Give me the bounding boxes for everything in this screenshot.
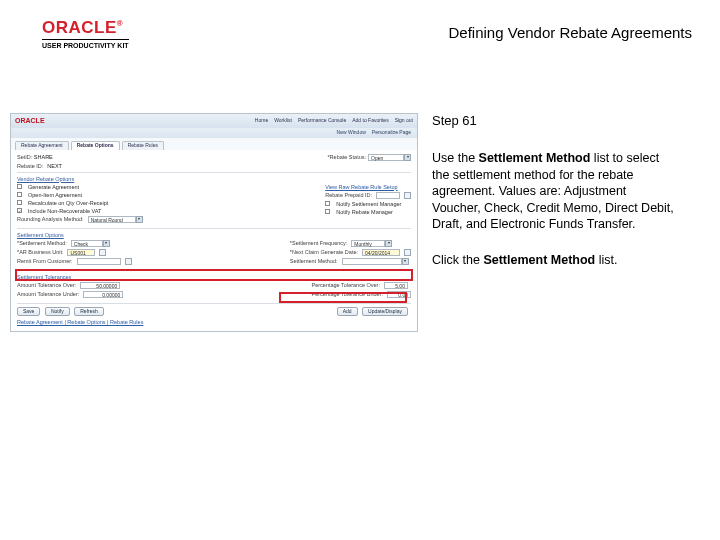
chevron-down-icon: ▾ (385, 240, 392, 247)
lookup-icon[interactable] (125, 258, 132, 265)
settlefreq-select[interactable]: Monthly▾ (351, 240, 392, 247)
remit-field[interactable] (77, 258, 121, 265)
chevron-down-icon: ▾ (136, 216, 143, 223)
lookup-icon[interactable] (404, 192, 411, 199)
footer-breadcrumb[interactable]: Rebate Agreement | Rebate Options | Reba… (17, 319, 411, 325)
section-tolerances: Settlement Tolerances (17, 274, 411, 280)
save-button[interactable]: Save (17, 307, 40, 317)
click-t2: list. (595, 253, 617, 267)
lbl-arbu: *AR Business Unit: (17, 249, 63, 255)
topnav-worklist[interactable]: Worklist (274, 118, 292, 124)
lbl-settlefreq: *Settlement Frequency: (290, 240, 347, 246)
lbl-setid: SetID: (17, 154, 32, 160)
page-title: Defining Vendor Rebate Agreements (449, 24, 693, 41)
pct-under-field[interactable]: 0.00 (387, 291, 411, 298)
lbl-status: *Rebate Status: (327, 154, 366, 160)
settlemethod2-value (342, 258, 402, 265)
lbl-amt-over: Amount Tolerance Over: (17, 282, 76, 288)
subnav-newwindow[interactable]: New Window (337, 130, 366, 136)
chevron-down-icon: ▾ (103, 240, 110, 247)
tab-agreement[interactable]: Rebate Agreement (15, 141, 69, 150)
lookup-icon[interactable] (99, 249, 106, 256)
screenshot-column: ORACLE Home Worklist Performance Console… (10, 113, 418, 332)
val-setid: SHARE (34, 154, 53, 160)
lbl-amt-under: Amount Tolerance Under: (17, 291, 79, 297)
brand-block: ORACLE® USER PRODUCTIVITY KIT (42, 18, 129, 49)
lbl-pct-over: Percentage Tolerance Over: (312, 282, 380, 288)
topnav-signout[interactable]: Sign out (395, 118, 413, 124)
section-vendor-options: Vendor Rebate Options (17, 176, 411, 182)
lbl-rebateid: Rebate ID: (17, 163, 43, 169)
oracle-logo: ORACLE® (42, 18, 129, 38)
step-label: Step 61 (432, 113, 678, 128)
tab-options[interactable]: Rebate Options (71, 141, 120, 150)
desc-t1: Use the (432, 151, 479, 165)
settlemethod2-select[interactable]: ▾ (342, 258, 409, 265)
update-button[interactable]: Update/Display (362, 307, 408, 317)
notify-button[interactable]: Notify (45, 307, 70, 317)
topnav: Home Worklist Performance Console Add to… (255, 118, 413, 124)
opt-generate: Generate Agreement (28, 184, 79, 190)
lbl-rounding: Rounding Analysis Method: (17, 216, 84, 222)
prepaid-field[interactable] (376, 192, 400, 199)
click-b1: Settlement Method (483, 253, 595, 267)
topnav-favorites[interactable]: Add to Favorites (352, 118, 388, 124)
lbl-prepaid: Rebate Prepaid ID: (325, 192, 372, 198)
chevron-down-icon: ▾ (402, 258, 409, 265)
link-rawrules[interactable]: View Raw Rebate Rule Setup (325, 184, 411, 190)
registered-mark: ® (117, 19, 123, 28)
tab-rules[interactable]: Rebate Rules (122, 141, 164, 150)
tabs-row: Rebate Agreement Rebate Options Rebate R… (11, 138, 417, 150)
click-t1: Click the (432, 253, 483, 267)
rounding-value: Natural Round (88, 216, 136, 223)
subnav-personalize[interactable]: Personalize Page (372, 130, 411, 136)
opt-notify-rebate: Notify Rebate Manager (336, 209, 393, 215)
lbl-nextclaim: *Next Claim Generate Date: (290, 249, 358, 255)
rounding-select[interactable]: Natural Round▾ (88, 216, 143, 223)
calendar-icon[interactable] (404, 249, 411, 256)
app-subbar: New Window Personalize Page (11, 128, 417, 138)
desc-b1: Settlement Method (479, 151, 591, 165)
lbl-remit: Remit From Customer: (17, 258, 73, 264)
checkbox-icon[interactable] (325, 209, 330, 214)
checkbox-icon[interactable] (17, 192, 22, 197)
checkbox-icon[interactable] (17, 208, 22, 213)
settlemethod-select[interactable]: Check▾ (71, 240, 110, 247)
refresh-button[interactable]: Refresh (74, 307, 104, 317)
lbl-settlemethod: *Settlement Method: (17, 240, 67, 246)
logo-text: ORACLE (42, 18, 117, 37)
status-select[interactable]: Open▾ (368, 154, 411, 161)
val-rebateid: NEXT (47, 163, 62, 169)
topnav-perf[interactable]: Performance Console (298, 118, 346, 124)
upk-label: USER PRODUCTIVITY KIT (42, 39, 129, 49)
checkbox-icon[interactable] (17, 184, 22, 189)
amt-under-field[interactable]: 0.00000 (83, 291, 123, 298)
settlefreq-value: Monthly (351, 240, 385, 247)
instruction-text: Use the Settlement Method list to select… (432, 150, 678, 233)
click-instruction: Click the Settlement Method list. (432, 253, 678, 267)
section-settlement: Settlement Options (17, 232, 411, 238)
checkbox-icon[interactable] (17, 200, 22, 205)
opt-recalc: Recalculate on Qty Over-Receipt (28, 200, 108, 206)
nextclaim-field[interactable]: 04/20/2014 (362, 249, 400, 256)
topnav-home[interactable]: Home (255, 118, 268, 124)
opt-notify-settle: Notify Settlement Manager (336, 201, 401, 207)
status-value: Open (368, 154, 404, 161)
lbl-pct-under: Percentage Tolerance Under: (312, 291, 383, 297)
chevron-down-icon: ▾ (404, 154, 411, 161)
opt-openitem: Open-Item Agreement (28, 192, 82, 198)
app-topbar: ORACLE Home Worklist Performance Console… (11, 114, 417, 128)
app-screenshot: ORACLE Home Worklist Performance Console… (10, 113, 418, 332)
settlemethod-value: Check (71, 240, 103, 247)
mini-oracle-logo: ORACLE (15, 117, 45, 125)
instruction-column: Step 61 Use the Settlement Method list t… (418, 113, 678, 267)
amt-over-field[interactable]: 50.00000 (80, 282, 120, 289)
lbl-settlemethod2: Settlement Method: (290, 258, 338, 264)
opt-vat: Include Non-Recoverable VAT (28, 208, 101, 214)
checkbox-icon[interactable] (325, 201, 330, 206)
add-button[interactable]: Add (337, 307, 358, 317)
pct-over-field[interactable]: 5.00 (384, 282, 408, 289)
arbu-field[interactable]: US001 (67, 249, 95, 256)
